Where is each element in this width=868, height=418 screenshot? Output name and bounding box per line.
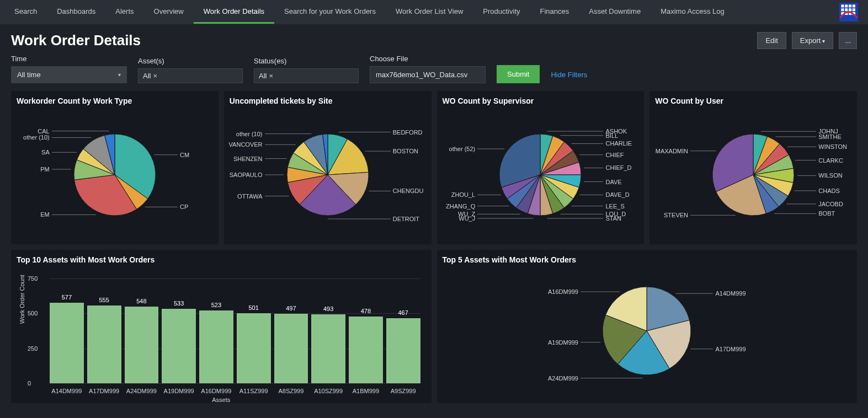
- bar-value-label: 467: [398, 309, 408, 316]
- nav-tab[interactable]: Overview: [144, 1, 194, 24]
- page-title: Work Order Details: [11, 32, 757, 49]
- remove-chip-icon[interactable]: ×: [153, 72, 157, 80]
- chart-user[interactable]: JOHNJSMITHEWINSTONCLARKCWILSONCHADSJACOB…: [655, 109, 851, 241]
- bar[interactable]: 467: [386, 318, 420, 383]
- nav-tab[interactable]: Dashboards: [47, 1, 105, 24]
- pie-label: other (10): [236, 131, 263, 137]
- status-input[interactable]: All ×: [254, 68, 359, 83]
- nav-tab[interactable]: Productivity: [473, 1, 530, 24]
- file-label: Choose File: [370, 55, 486, 63]
- pie-label: DAVE: [606, 179, 622, 185]
- pie-label: CP: [180, 203, 188, 210]
- svg-rect-8: [853, 8, 855, 11]
- bar[interactable]: 577: [50, 303, 84, 383]
- panel-title: Top 10 Assets with Most Work Orders: [17, 255, 426, 264]
- bar[interactable]: 523: [199, 310, 233, 383]
- file-input[interactable]: max76demo1_WO_Data.csv: [370, 66, 486, 83]
- chart-site[interactable]: BEDFORDBOSTONCHENGDUDETROITOTTAWASAOPAUL…: [230, 109, 426, 241]
- time-select[interactable]: All time ▾: [11, 66, 127, 83]
- bar[interactable]: 497: [274, 314, 308, 383]
- x-tick: A16DM999: [199, 388, 233, 394]
- bar-value-label: 497: [286, 305, 296, 312]
- bar-value-label: 523: [211, 302, 221, 308]
- svg-rect-5: [841, 8, 844, 11]
- pie-label: A19DM999: [548, 339, 578, 346]
- edit-button[interactable]: Edit: [757, 32, 786, 49]
- chart-supervisor[interactable]: ASHOKBILLCHARLIECHIEFCHIEF_DDAVEDAVE_DLE…: [443, 109, 639, 241]
- bar[interactable]: 493: [311, 314, 345, 383]
- y-axis-label: Work Order Count: [19, 275, 25, 324]
- pie-label: DAVE_D: [606, 191, 630, 198]
- top-nav: SearchDashboardsAlertsOverviewWork Order…: [0, 0, 868, 24]
- filter-bar: Time All time ▾ Asset(s) All × Status(es…: [0, 51, 868, 91]
- remove-chip-icon[interactable]: ×: [269, 72, 273, 80]
- pie-label: BEDFORD: [393, 129, 423, 136]
- bar-value-label: 548: [136, 298, 146, 304]
- pie-label: A24DM999: [548, 375, 578, 382]
- bar-value-label: 577: [62, 294, 72, 301]
- pie-label: ZHANG_Q: [446, 203, 475, 210]
- pie-label: WINSTON: [818, 143, 847, 150]
- panel-title: Top 5 Assets with Most Work Orders: [443, 255, 852, 264]
- pie-label: other (52): [449, 146, 476, 152]
- nav-tab[interactable]: Maximo Access Log: [651, 1, 734, 24]
- bar-value-label: 501: [248, 304, 258, 311]
- bar[interactable]: 533: [162, 309, 196, 383]
- bar[interactable]: 555: [87, 306, 121, 383]
- assets-label: Asset(s): [138, 57, 243, 65]
- pie-label: A16DM999: [548, 288, 578, 295]
- svg-rect-3: [849, 4, 851, 7]
- pie-label: VANCOVER: [229, 141, 263, 148]
- x-tick: A10SZ999: [311, 388, 345, 394]
- pie-label: BOBT: [818, 210, 835, 217]
- bar[interactable]: 478: [349, 317, 383, 383]
- panel-title: Workorder Count by Work Type: [17, 97, 213, 105]
- pie-label: DETROIT: [393, 216, 419, 222]
- nav-tab[interactable]: Alerts: [105, 1, 143, 24]
- more-button[interactable]: ...: [839, 32, 857, 49]
- nav-tab[interactable]: Asset Downtime: [579, 1, 651, 24]
- pie-label: MAXADMIN: [656, 148, 688, 154]
- nav-tab[interactable]: Search for your Work Orders: [274, 1, 386, 24]
- chart-worktype[interactable]: CMCPEMPMSAother (10)CAL: [17, 109, 213, 241]
- pie-label: other (10): [23, 134, 50, 141]
- status-chip[interactable]: All ×: [259, 72, 273, 80]
- hide-filters-link[interactable]: Hide Filters: [551, 71, 587, 83]
- x-tick: A8SZ999: [274, 388, 308, 394]
- chart-top10-bar[interactable]: Work Order Count Assets 0250500750577555…: [17, 267, 426, 400]
- pie-label: JACOBD: [818, 201, 843, 207]
- y-tick: 750: [28, 275, 38, 282]
- svg-rect-4: [853, 4, 855, 7]
- nav-tab[interactable]: Finances: [530, 1, 579, 24]
- bar[interactable]: 501: [237, 313, 271, 383]
- nav-tab[interactable]: Search: [4, 1, 47, 24]
- assets-chip[interactable]: All ×: [143, 72, 157, 80]
- export-button[interactable]: Export: [792, 32, 833, 49]
- pie-label: STEVEN: [664, 212, 688, 218]
- chart-top5-pie[interactable]: A14DM999A17DM999A24DM999A19DM999A16DM999: [443, 267, 852, 394]
- pie-label: BILL: [606, 132, 619, 139]
- pie-label: SHENZEN: [233, 156, 263, 162]
- panel-title: Uncompleted tickets by Site: [230, 97, 426, 105]
- submit-button[interactable]: Submit: [497, 65, 540, 83]
- pie-label: CHIEF: [606, 152, 624, 158]
- assets-input[interactable]: All ×: [138, 68, 243, 83]
- bar-value-label: 478: [361, 308, 371, 314]
- product-logo-icon: [839, 3, 858, 22]
- bar[interactable]: 548: [125, 307, 159, 383]
- status-label: Status(es): [254, 57, 359, 65]
- y-tick: 250: [28, 345, 38, 352]
- pie-label: STAN: [606, 215, 622, 222]
- nav-tab[interactable]: Work Order List View: [386, 1, 473, 24]
- pie-label: CHADS: [818, 187, 840, 194]
- pie-label: WILSON: [818, 172, 842, 179]
- pie-label: A14DM999: [716, 290, 746, 297]
- pie-label: ZHOU_L: [451, 191, 475, 198]
- panel-supervisor: WO Count by Supervisor ASHOKBILLCHARLIEC…: [437, 91, 645, 244]
- pie-label: SAOPAULO: [230, 172, 263, 178]
- x-axis-label: Assets: [212, 396, 230, 403]
- x-tick: A17DM999: [87, 388, 121, 394]
- x-tick: A24DM999: [125, 388, 159, 394]
- nav-tab[interactable]: Work Order Details: [194, 1, 274, 24]
- bar-value-label: 555: [99, 297, 109, 303]
